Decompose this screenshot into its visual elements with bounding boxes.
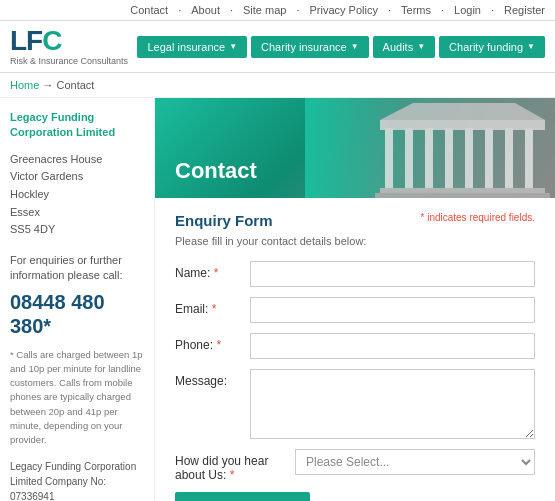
message-input[interactable] bbox=[250, 369, 535, 439]
phone-row: Phone: * bbox=[175, 333, 535, 359]
caret-icon: ▼ bbox=[351, 42, 359, 51]
name-label: Name: * bbox=[175, 261, 250, 280]
main-nav: Legal insurance ▼ Charity insurance ▼ Au… bbox=[137, 36, 545, 58]
svg-rect-12 bbox=[380, 188, 545, 193]
sidebar-company-name: Legacy Funding Corporation Limited bbox=[10, 110, 144, 141]
email-row: Email: * bbox=[175, 297, 535, 323]
how-heard-label: How did you hear about Us: * bbox=[175, 449, 295, 482]
logo: LFC Risk & Insurance Consultants bbox=[10, 27, 128, 66]
nav-terms[interactable]: Terms bbox=[401, 4, 431, 16]
how-heard-row: How did you hear about Us: * Please Sele… bbox=[175, 449, 535, 482]
email-input[interactable] bbox=[250, 297, 535, 323]
content-area: Contact Enquiry Form * indicates require… bbox=[155, 98, 555, 501]
svg-rect-2 bbox=[385, 128, 393, 188]
svg-rect-7 bbox=[485, 128, 493, 188]
svg-rect-8 bbox=[505, 128, 513, 188]
breadcrumb-current: Contact bbox=[56, 79, 94, 91]
nav-charity-funding[interactable]: Charity funding ▼ bbox=[439, 36, 545, 58]
phone-input[interactable] bbox=[250, 333, 535, 359]
nav-privacy[interactable]: Privacy Policy bbox=[310, 4, 378, 16]
name-row: Name: * bbox=[175, 261, 535, 287]
top-nav: Contact · About · Site map · Privacy Pol… bbox=[0, 0, 555, 21]
svg-rect-4 bbox=[425, 128, 433, 188]
hero-title: Contact bbox=[175, 158, 257, 184]
form-area: Enquiry Form * indicates required fields… bbox=[155, 212, 555, 501]
breadcrumb-separator: → bbox=[42, 79, 56, 91]
building-svg bbox=[305, 98, 555, 198]
email-label: Email: * bbox=[175, 297, 250, 316]
submit-button[interactable]: Submit Enquiry › bbox=[175, 492, 310, 501]
nav-sitemap[interactable]: Site map bbox=[243, 4, 286, 16]
nav-contact[interactable]: Contact bbox=[130, 4, 168, 16]
caret-icon: ▼ bbox=[417, 42, 425, 51]
breadcrumb-home[interactable]: Home bbox=[10, 79, 39, 91]
header: LFC Risk & Insurance Consultants Legal i… bbox=[0, 21, 555, 73]
logo-text: LFC bbox=[10, 27, 128, 55]
sidebar-note: * Calls are charged between 1p and 10p p… bbox=[10, 348, 144, 448]
nav-audits[interactable]: Audits ▼ bbox=[373, 36, 436, 58]
svg-rect-6 bbox=[465, 128, 473, 188]
svg-rect-5 bbox=[445, 128, 453, 188]
caret-icon: ▼ bbox=[229, 42, 237, 51]
hero-banner: Contact bbox=[155, 98, 555, 198]
message-label: Message: bbox=[175, 369, 250, 388]
phone-label: Phone: * bbox=[175, 333, 250, 352]
sidebar-address: Greenacres House Victor Gardens Hockley … bbox=[10, 151, 144, 239]
form-subtitle: Please fill in your contact details belo… bbox=[175, 235, 535, 247]
svg-rect-13 bbox=[375, 193, 550, 198]
breadcrumb: Home → Contact bbox=[0, 73, 555, 98]
sidebar: Legacy Funding Corporation Limited Green… bbox=[0, 98, 155, 501]
svg-rect-10 bbox=[380, 120, 545, 130]
svg-rect-3 bbox=[405, 128, 413, 188]
logo-subtitle: Risk & Insurance Consultants bbox=[10, 56, 128, 66]
nav-login[interactable]: Login bbox=[454, 4, 481, 16]
how-heard-select[interactable]: Please Select... Google Social Media Fri… bbox=[295, 449, 535, 475]
caret-icon: ▼ bbox=[527, 42, 535, 51]
sidebar-company-number: Legacy Funding Corporation Limited Compa… bbox=[10, 459, 144, 501]
svg-rect-9 bbox=[525, 128, 533, 188]
nav-charity-insurance[interactable]: Charity insurance ▼ bbox=[251, 36, 369, 58]
nav-legal-insurance[interactable]: Legal insurance ▼ bbox=[137, 36, 247, 58]
form-title: Enquiry Form bbox=[175, 212, 273, 229]
nav-about[interactable]: About bbox=[191, 4, 220, 16]
required-note: * indicates required fields. bbox=[420, 212, 535, 223]
sidebar-phone: 08448 480 380* bbox=[10, 290, 144, 338]
sidebar-enquiry-text: For enquiries or further information ple… bbox=[10, 253, 144, 284]
name-input[interactable] bbox=[250, 261, 535, 287]
message-row: Message: bbox=[175, 369, 535, 439]
nav-register[interactable]: Register bbox=[504, 4, 545, 16]
main-layout: Legacy Funding Corporation Limited Green… bbox=[0, 98, 555, 501]
